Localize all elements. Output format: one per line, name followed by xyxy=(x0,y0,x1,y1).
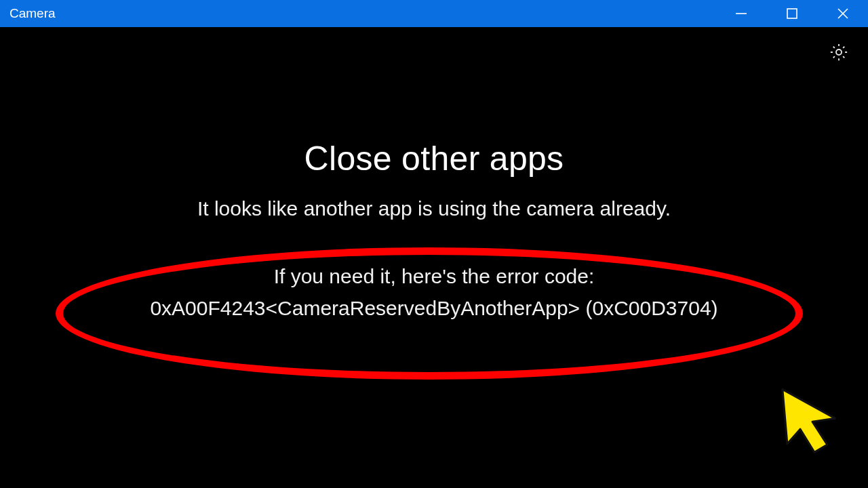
window-title: Camera xyxy=(0,6,56,21)
error-panel: Close other apps It looks like another a… xyxy=(108,139,760,324)
error-code-block: If you need it, here's the error code: 0… xyxy=(108,261,760,324)
error-code-intro: If you need it, here's the error code: xyxy=(108,261,760,293)
window-controls xyxy=(715,0,868,27)
error-message: It looks like another app is using the c… xyxy=(108,197,760,220)
minimize-icon xyxy=(734,6,749,21)
svg-marker-5 xyxy=(783,385,838,455)
svg-rect-1 xyxy=(787,9,797,18)
svg-point-4 xyxy=(836,49,842,55)
error-heading: Close other apps xyxy=(108,139,760,178)
minimize-button[interactable] xyxy=(715,0,766,27)
settings-button[interactable] xyxy=(829,42,849,62)
close-button[interactable] xyxy=(817,0,868,27)
camera-app-window: Camera xyxy=(0,0,868,488)
maximize-icon xyxy=(785,7,799,20)
error-code-value: 0xA00F4243<CameraReservedByAnotherApp> (… xyxy=(108,293,760,325)
annotation-arrow-icon xyxy=(776,377,855,471)
titlebar: Camera xyxy=(0,0,868,27)
maximize-button[interactable] xyxy=(766,0,817,27)
gear-icon xyxy=(829,42,849,62)
close-icon xyxy=(835,6,850,21)
